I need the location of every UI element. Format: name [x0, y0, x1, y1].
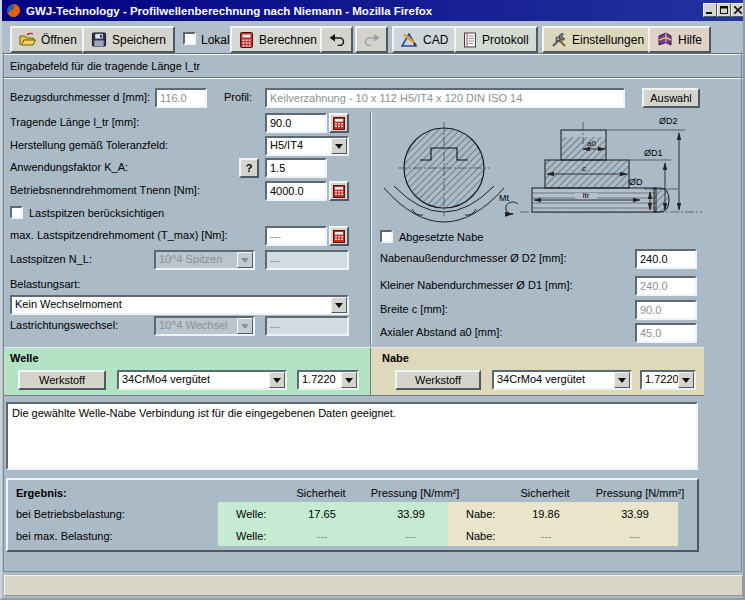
hub-row-label: Nabe: — [466, 508, 495, 520]
hub-safety-value: 19.86 — [516, 508, 576, 520]
shaft-material-dropdown[interactable]: 34CrMo4 vergütet — [117, 370, 287, 390]
help-button[interactable]: Hilfe — [648, 26, 711, 53]
hub-material-button[interactable]: Werkstoff — [395, 370, 481, 390]
hub-row-label: Nabe: — [466, 530, 495, 542]
load-type-dropdown[interactable]: Kein Wechselmoment — [10, 295, 349, 315]
firefox-icon — [6, 3, 21, 18]
message-box[interactable]: Die gewählte Welle-Nabe Verbindung ist f… — [6, 402, 698, 470]
max-peak-torque-label: max. Lastspitzendrehmoment (T_max) [Nm]: — [10, 229, 228, 241]
hub-material-dropdown[interactable]: 34CrMo4 vergütet — [492, 370, 632, 390]
dim-ltr-label: ltr — [583, 191, 590, 200]
settings-label: Einstellungen — [572, 33, 644, 47]
ref-diameter-field[interactable] — [155, 88, 207, 108]
application-factor-help-button[interactable]: ? — [239, 158, 259, 178]
shaft-row-label: Welle: — [236, 508, 266, 520]
load-peaks-checkbox[interactable] — [10, 206, 23, 219]
profile-field[interactable] — [265, 88, 625, 108]
load-peaks-unit-value: 10^4 Spitzen — [156, 252, 237, 268]
application-factor-field[interactable] — [265, 158, 327, 178]
shaft-material-button[interactable]: Werkstoff — [18, 370, 106, 390]
help-book-icon — [657, 32, 673, 47]
hub-small-diameter-label: Kleiner Nabendurchmesser Ø D1 [mm]: — [380, 279, 573, 291]
open-button[interactable]: Öffnen — [10, 26, 86, 53]
hub-outer-diameter-field[interactable] — [635, 249, 697, 269]
results-col-safety-hub: Sicherheit — [510, 487, 580, 499]
undo-icon — [329, 33, 345, 46]
mini-calculator-icon — [333, 230, 345, 243]
redo-button[interactable] — [355, 26, 388, 53]
undo-button[interactable] — [320, 26, 353, 53]
page-right-border — [741, 54, 742, 571]
results-col-safety-shaft: Sicherheit — [286, 487, 356, 499]
protocol-button[interactable]: Protokoll — [454, 26, 538, 53]
toolbar-divider — [2, 53, 745, 55]
dropdown-arrow-icon[interactable] — [678, 372, 694, 388]
load-peaks-field[interactable] — [265, 250, 349, 270]
max-peak-torque-calc-button[interactable] — [329, 226, 349, 246]
profile-select-button[interactable]: Auswahl — [642, 88, 700, 108]
hub-pressure-value: --- — [600, 530, 670, 542]
hub-material-number-value: 1.7220 — [642, 372, 678, 388]
dropdown-arrow-icon[interactable] — [614, 372, 630, 388]
save-disk-icon — [91, 32, 107, 47]
close-button[interactable] — [731, 3, 745, 17]
close-icon — [734, 6, 742, 14]
shaft-pressure-value: 33.99 — [376, 508, 446, 520]
hub-material-number-dropdown[interactable]: 1.7220 — [640, 370, 696, 390]
shaft-panel-title: Welle — [10, 352, 39, 364]
settings-button[interactable]: Einstellungen — [542, 26, 653, 53]
nominal-torque-field[interactable] — [265, 181, 327, 201]
tolerance-label: Herstellung gemäß Toleranzfeld: — [10, 139, 168, 151]
minimize-icon — [706, 6, 714, 14]
maximize-icon — [720, 6, 728, 14]
dropdown-arrow-icon[interactable] — [331, 297, 347, 313]
load-reversals-unit-dropdown[interactable]: 10^4 Wechsel — [154, 316, 255, 336]
dropdown-arrow-icon — [237, 318, 253, 334]
shaft-material-number-dropdown[interactable]: 1.7220 — [297, 370, 359, 390]
dim-a0-label: a0 — [587, 139, 596, 148]
nominal-torque-calc-button[interactable] — [329, 181, 349, 201]
calculate-label: Berechnen — [259, 33, 317, 47]
load-reversals-field[interactable] — [265, 316, 349, 336]
dim-d2-label: ØD2 — [659, 116, 678, 126]
open-folder-icon — [19, 32, 36, 47]
shaft-row-label: Welle: — [236, 530, 266, 542]
shaft-safety-value: 17.65 — [292, 508, 352, 520]
hub-small-diameter-field[interactable] — [635, 276, 697, 296]
technical-drawing: a0 c ltr ØD2 ØD1 ØD Mt — [382, 108, 707, 228]
dropdown-arrow-icon[interactable] — [331, 138, 347, 154]
supporting-length-field[interactable] — [265, 113, 327, 133]
local-checkbox[interactable] — [183, 32, 196, 45]
maximize-button[interactable] — [717, 3, 731, 17]
open-label: Öffnen — [41, 33, 77, 47]
section-header-title: Eingabefeld für die tragende Länge l_tr — [10, 60, 200, 72]
load-peaks-unit-dropdown[interactable]: 10^4 Spitzen — [154, 250, 255, 270]
save-button[interactable]: Speichern — [82, 26, 175, 53]
question-mark-icon: ? — [246, 162, 253, 174]
toolbar: Öffnen Speichern Lokal Berechnen — [2, 21, 745, 53]
max-peak-torque-field[interactable] — [265, 226, 327, 246]
calculator-icon — [239, 32, 254, 48]
dim-d-label: ØD — [629, 177, 643, 187]
profile-select-label: Auswahl — [650, 92, 692, 104]
hub-safety-value: --- — [516, 530, 576, 542]
minimize-button[interactable] — [703, 3, 717, 17]
protocol-label: Protokoll — [482, 33, 529, 47]
hub-width-field[interactable] — [635, 300, 697, 320]
page-bottom-border — [3, 571, 742, 572]
calculate-button[interactable]: Berechnen — [230, 26, 326, 53]
cad-label: CAD — [423, 33, 448, 47]
profile-label: Profil: — [224, 91, 252, 103]
status-bar — [4, 575, 743, 596]
dropdown-arrow-icon[interactable] — [341, 372, 357, 388]
cad-button[interactable]: CAD — [392, 26, 457, 53]
results-col-pressure-shaft: Pressung [N/mm²] — [360, 487, 470, 499]
supporting-length-calc-button[interactable] — [329, 113, 349, 133]
hub-axial-distance-field[interactable] — [635, 323, 697, 343]
tolerance-dropdown[interactable]: H5/IT4 — [265, 136, 349, 156]
results-panel: Ergebnis: Sicherheit Pressung [N/mm²] Si… — [6, 478, 699, 552]
application-window: GWJ-Technology - Profilwellenberechnung … — [0, 0, 745, 600]
stepped-hub-checkbox[interactable] — [380, 230, 393, 243]
dropdown-arrow-icon[interactable] — [269, 372, 285, 388]
local-checkbox-label: Lokal — [201, 33, 230, 47]
